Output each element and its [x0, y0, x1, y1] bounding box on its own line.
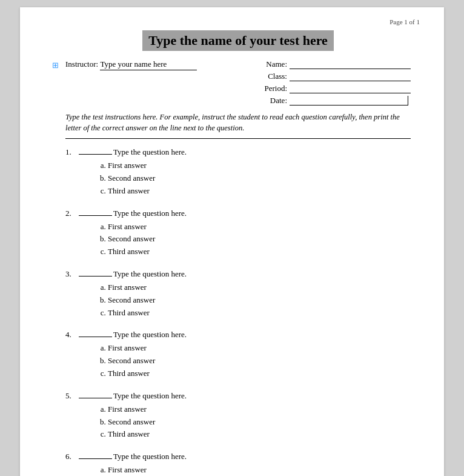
- question-blank[interactable]: [79, 337, 112, 337]
- name-label: Name:: [257, 59, 287, 69]
- instructor-label: Instructor:: [65, 59, 98, 69]
- answer-item[interactable]: Second answer: [108, 416, 411, 429]
- answer-item[interactable]: First answer: [108, 403, 411, 416]
- period-label: Period:: [257, 84, 287, 93]
- answer-item[interactable]: Third answer: [108, 185, 411, 198]
- answers-list: First answer: [108, 464, 411, 476]
- question-text[interactable]: Type the question here.: [113, 147, 187, 157]
- document-title[interactable]: Type the name of your test here: [142, 30, 334, 51]
- question-block: 4.Type the question here.First answerSec…: [65, 330, 411, 380]
- instructor-block: Instructor: Type your name here: [65, 59, 197, 70]
- page-number: Page 1 of 1: [389, 18, 420, 25]
- question-text[interactable]: Type the question here.: [113, 452, 187, 461]
- instructor-value[interactable]: Type your name here: [100, 59, 197, 70]
- question-block: 3.Type the question here.First answerSec…: [65, 269, 411, 319]
- instructions-text[interactable]: Type the test instructions here. For exa…: [65, 112, 411, 133]
- section-divider: [65, 138, 411, 139]
- question-blank[interactable]: [79, 154, 112, 155]
- answer-item[interactable]: First answer: [108, 221, 411, 233]
- question-number: 2.: [65, 209, 79, 218]
- answer-item[interactable]: Third answer: [108, 428, 411, 441]
- question-text[interactable]: Type the question here.: [113, 330, 187, 340]
- header-section: ⊞ Instructor: Type your name here Name: …: [65, 59, 411, 106]
- class-input-line[interactable]: [290, 72, 411, 81]
- question-block: 1.Type the question here.First answerSec…: [65, 147, 411, 197]
- answer-item[interactable]: Second answer: [108, 233, 411, 246]
- right-fields: Name: Class: Period: Date:: [257, 59, 411, 106]
- date-input-line[interactable]: [290, 96, 408, 106]
- question-line: 1.Type the question here.: [65, 147, 411, 157]
- question-line: 2.Type the question here.: [65, 209, 411, 218]
- question-block: 6.Type the question here.First answer: [65, 452, 411, 476]
- question-number: 1.: [65, 147, 79, 157]
- question-text[interactable]: Type the question here.: [113, 209, 187, 218]
- question-text[interactable]: Type the question here.: [113, 269, 187, 279]
- answers-list: First answerSecond answerThird answer: [108, 221, 411, 258]
- questions-container: 1.Type the question here.First answerSec…: [65, 147, 411, 476]
- question-blank[interactable]: [79, 458, 112, 459]
- period-field-row: Period:: [257, 84, 411, 93]
- answer-item[interactable]: Second answer: [108, 294, 411, 307]
- question-number: 3.: [65, 269, 79, 279]
- name-field-row: Name:: [257, 59, 411, 69]
- question-number: 5.: [65, 391, 79, 401]
- question-line: 5.Type the question here.: [65, 391, 411, 401]
- answer-item[interactable]: Third answer: [108, 246, 411, 258]
- period-input-line[interactable]: [290, 84, 411, 93]
- answer-item[interactable]: First answer: [108, 281, 411, 294]
- class-label: Class:: [257, 72, 287, 81]
- answers-list: First answerSecond answerThird answer: [108, 403, 411, 441]
- expand-icon[interactable]: ⊞: [52, 61, 59, 70]
- answers-list: First answerSecond answerThird answer: [108, 281, 411, 319]
- class-field-row: Class:: [257, 72, 411, 81]
- question-number: 6.: [65, 452, 79, 461]
- answer-item[interactable]: First answer: [108, 342, 411, 355]
- question-line: 4.Type the question here.: [65, 330, 411, 340]
- question-blank[interactable]: [79, 398, 112, 398]
- question-line: 3.Type the question here.: [65, 269, 411, 279]
- title-area: Type the name of your test here: [65, 30, 411, 51]
- question-block: 2.Type the question here.First answerSec…: [65, 209, 411, 258]
- question-number: 4.: [65, 330, 79, 340]
- question-blank[interactable]: [79, 215, 112, 216]
- question-line: 6.Type the question here.: [65, 452, 411, 461]
- answers-list: First answerSecond answerThird answer: [108, 342, 411, 380]
- date-label: Date:: [257, 96, 287, 106]
- answer-item[interactable]: Third answer: [108, 307, 411, 320]
- answer-item[interactable]: First answer: [108, 464, 411, 476]
- name-input-line[interactable]: [290, 59, 411, 69]
- question-blank[interactable]: [79, 276, 112, 277]
- answers-list: First answerSecond answerThird answer: [108, 159, 411, 197]
- date-field-row: Date:: [257, 96, 411, 106]
- question-block: 5.Type the question here.First answerSec…: [65, 391, 411, 441]
- answer-item[interactable]: Second answer: [108, 355, 411, 367]
- answer-item[interactable]: Second answer: [108, 172, 411, 185]
- question-text[interactable]: Type the question here.: [113, 391, 187, 401]
- document-page: Page 1 of 1 Type the name of your test h…: [20, 7, 444, 476]
- answer-item[interactable]: First answer: [108, 159, 411, 172]
- answer-item[interactable]: Third answer: [108, 367, 411, 380]
